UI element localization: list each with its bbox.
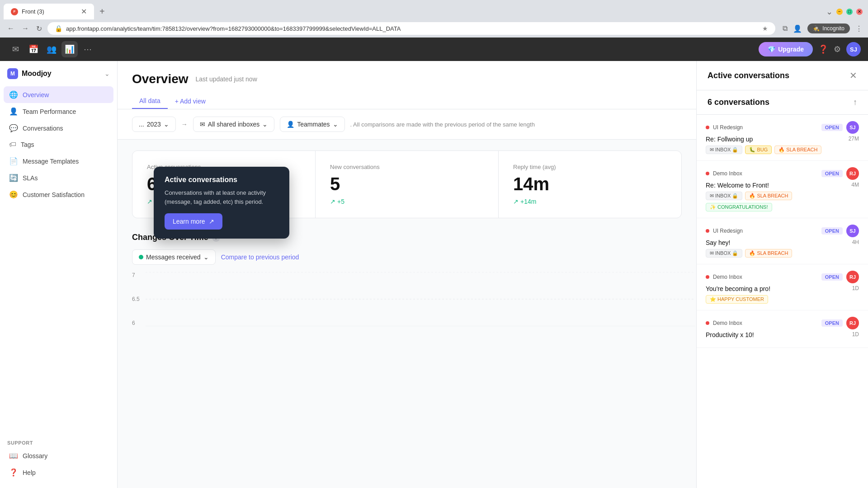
panel-title: Active conversations: [708, 71, 789, 80]
active-tab[interactable]: F Front (3) ✕: [4, 4, 94, 19]
sidebar-item-glossary[interactable]: 📖 Glossary: [4, 447, 113, 464]
period-info-text: . All comparisons are made with the prev…: [350, 121, 682, 128]
sidebar-item-tags[interactable]: 🏷 Tags: [4, 136, 113, 153]
list-item[interactable]: Demo Inbox OPEN RJ Re: Welcome to Front!…: [697, 161, 868, 218]
forward-button[interactable]: →: [20, 23, 31, 34]
inbox-filter-button[interactable]: ✉ All shared inboxes ⌄: [193, 117, 274, 132]
stat-card-reply-time[interactable]: Reply time (avg) 14m ↗ +14m: [499, 151, 681, 218]
conv-time: 4M: [851, 182, 859, 188]
toolbar-calendar-icon[interactable]: 📅: [25, 41, 42, 57]
toolbar-analytics-icon[interactable]: 📊: [61, 41, 78, 57]
sidebar-item-slas[interactable]: 🔄 SLAs: [4, 169, 113, 186]
conv-avatar: RJ: [846, 317, 859, 329]
conv-time: 4H: [852, 239, 859, 245]
tooltip-box: Active conversations Conversations with …: [154, 167, 289, 239]
conv-inbox-label: UI Redesign: [713, 124, 818, 131]
workspace-name[interactable]: M Moodjoy: [7, 68, 52, 79]
compare-period-link[interactable]: Compare to previous period: [221, 253, 299, 261]
filter-arrow-icon[interactable]: →: [181, 121, 188, 128]
extensions-icon[interactable]: ⧉: [783, 24, 788, 33]
tooltip-description: Conversations with at least one activity…: [165, 188, 278, 206]
sidebar-item-help[interactable]: ❓ Help: [4, 464, 113, 481]
minimize-button[interactable]: −: [836, 9, 843, 15]
inbox-filter-label: All shared inboxes: [208, 121, 259, 128]
stat-arrow-new: ↗: [330, 198, 335, 205]
sidebar-item-customer-satisfaction[interactable]: 😊 Customer Satisfaction: [4, 186, 113, 203]
conv-status-dot: [706, 126, 709, 129]
upgrade-button[interactable]: 💎 Upgrade: [759, 42, 813, 56]
settings-icon[interactable]: ⚙: [834, 44, 841, 54]
metric-select-button[interactable]: Messages received ⌄: [132, 249, 216, 265]
sidebar-item-tags-label: Tags: [21, 141, 34, 148]
workspace-chevron-icon[interactable]: ⌄: [104, 70, 110, 77]
user-avatar[interactable]: SJ: [846, 42, 861, 56]
list-item[interactable]: Demo Inbox OPEN RJ You're becoming a pro…: [697, 264, 868, 310]
conv-open-badge: OPEN: [821, 227, 843, 235]
sidebar-item-customer-satisfaction-label: Customer Satisfaction: [23, 191, 85, 198]
browser-chrome: F Front (3) ✕ + ⌄ − □ ✕ ← → ↻ 🔒 app.fron…: [0, 0, 868, 38]
learn-more-button[interactable]: Learn more ↗: [165, 213, 222, 230]
external-link-icon: ↗: [209, 218, 214, 225]
main-scroll: Active conversations Conversations with …: [118, 140, 696, 488]
stat-change-value-new: +5: [337, 198, 344, 205]
stat-change-value-reply: +14m: [520, 198, 536, 205]
help-icon[interactable]: ❓: [818, 44, 828, 54]
new-tab-button[interactable]: +: [96, 5, 108, 19]
tab-favicon: F: [11, 8, 18, 15]
conversation-list: UI Redesign OPEN SJ Re: Follwoing up 27M…: [697, 115, 868, 488]
help-nav-icon: ❓: [9, 468, 18, 477]
page-title: Overview: [132, 72, 189, 86]
more-options-icon[interactable]: ⋮: [855, 24, 863, 33]
tab-close-button[interactable]: ✕: [81, 7, 87, 16]
maximize-button[interactable]: □: [846, 9, 853, 15]
support-section-header: Support: [0, 433, 117, 447]
close-button[interactable]: ✕: [856, 9, 863, 15]
profile-icon[interactable]: 👤: [793, 24, 802, 33]
teammates-filter-button[interactable]: 👤 Teammates ⌄: [280, 117, 344, 132]
list-item[interactable]: Demo Inbox OPEN RJ Productivity x 10! 1D: [697, 310, 868, 348]
conv-tags: ⭐ HAPPY CUSTOMER: [706, 295, 859, 304]
conv-inbox-label: UI Redesign: [713, 228, 818, 234]
minimize-chevron[interactable]: ⌄: [826, 7, 833, 17]
conv-inbox-label: Demo Inbox: [713, 274, 818, 280]
conv-avatar: RJ: [846, 271, 859, 283]
conv-status-dot: [706, 229, 709, 233]
toolbar-compose-icon[interactable]: ✉: [7, 41, 24, 57]
incognito-button[interactable]: 🕵 Incognito: [807, 23, 850, 33]
export-icon[interactable]: ↑: [853, 98, 857, 107]
tab-all-data[interactable]: All data: [132, 94, 168, 109]
workspace-icon: M: [7, 68, 18, 79]
conv-open-badge: OPEN: [821, 170, 843, 177]
date-filter-button[interactable]: ... 2023 ⌄: [132, 117, 176, 132]
sidebar-item-conversations-label: Conversations: [23, 125, 63, 132]
filters-row: ... 2023 ⌄ → ✉ All shared inboxes ⌄ 👤 Te…: [118, 109, 696, 140]
panel-close-button[interactable]: ✕: [849, 70, 857, 81]
conv-time: 1D: [852, 285, 859, 291]
add-view-button[interactable]: + Add view: [170, 94, 211, 108]
sidebar-item-team-performance[interactable]: 👤 Team Performance: [4, 103, 113, 120]
app-toolbar: ✉ 📅 👥 📊 ⋯ 💎 Upgrade ❓ ⚙ SJ: [0, 38, 868, 61]
sidebar-item-message-templates[interactable]: 📄 Message Templates: [4, 153, 113, 169]
stat-label-new: New conversations: [330, 164, 484, 170]
teammates-filter-label: Teammates: [297, 121, 330, 128]
sidebar-item-team-performance-label: Team Performance: [23, 108, 76, 115]
date-filter-label: ...: [139, 121, 144, 128]
reload-button[interactable]: ↻: [34, 23, 44, 35]
back-button[interactable]: ←: [5, 23, 16, 34]
last-updated-text: Last updated just now: [196, 75, 257, 83]
sidebar-item-message-templates-label: Message Templates: [23, 158, 79, 165]
list-item[interactable]: UI Redesign OPEN SJ Re: Follwoing up 27M…: [697, 115, 868, 161]
toolbar-contacts-icon[interactable]: 👥: [43, 41, 60, 57]
tooltip-title: Active conversations: [165, 176, 278, 184]
stat-card-new-conversations[interactable]: New conversations 5 ↗ +5: [316, 151, 498, 218]
toolbar-more-icon[interactable]: ⋯: [80, 41, 96, 57]
teammates-filter-icon: 👤: [287, 121, 294, 128]
tab-bar: F Front (3) ✕ + ⌄ − □ ✕: [0, 0, 868, 19]
sidebar-item-overview[interactable]: 🌐 Overview: [4, 86, 113, 103]
conv-time: 27M: [849, 136, 859, 142]
list-item[interactable]: UI Redesign OPEN SJ Say hey! 4H ✉ INBOX …: [697, 218, 868, 264]
sidebar-item-conversations[interactable]: 💬 Conversations: [4, 120, 113, 136]
conv-title-text: You're becoming a pro!: [706, 285, 770, 292]
url-bar[interactable]: 🔒 app.frontapp.com/analytics/team/tim:78…: [47, 22, 775, 35]
conv-tag-sla-breach: 🔥 SLA BREACH: [774, 145, 821, 154]
